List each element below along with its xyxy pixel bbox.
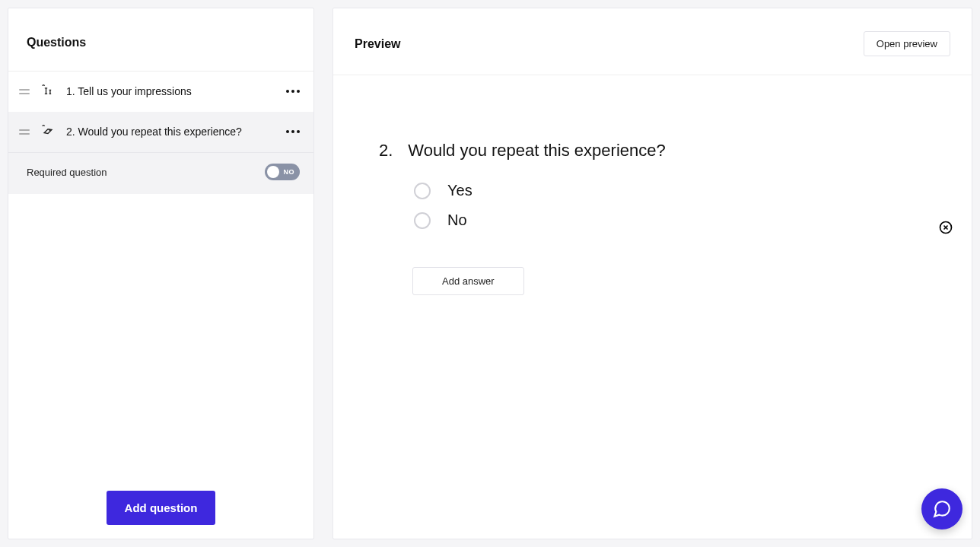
choice-question-icon (39, 122, 57, 141)
questions-panel: Questions 1. Tell us your impressions (8, 8, 314, 539)
radio-icon[interactable] (414, 212, 431, 229)
required-toggle[interactable]: NO (265, 164, 300, 180)
question-number: 2. (379, 141, 393, 161)
preview-body: 2. Would you repeat this experience? Yes… (333, 75, 972, 295)
answer-row-no: No (414, 211, 926, 229)
required-question-row: Required question NO (8, 152, 313, 194)
preview-header: Preview Open preview (333, 8, 972, 75)
toggle-text: NO (284, 168, 295, 176)
chat-fab-button[interactable] (921, 488, 963, 530)
open-preview-button[interactable]: Open preview (864, 31, 950, 56)
questions-title: Questions (27, 36, 295, 49)
questions-header: Questions (8, 8, 313, 72)
drag-handle-icon[interactable] (19, 87, 30, 95)
radio-icon[interactable] (414, 183, 431, 199)
question-item-2[interactable]: 2. Would you repeat this experience? (8, 112, 313, 152)
question-label: 2. Would you repeat this experience? (66, 126, 277, 138)
answer-row-yes: Yes (414, 182, 926, 199)
drag-handle-icon[interactable] (19, 128, 30, 135)
answer-text[interactable]: Yes (447, 182, 473, 199)
question-label: 1. Tell us your impressions (66, 85, 277, 97)
answer-text[interactable]: No (447, 211, 467, 229)
add-question-button[interactable]: Add question (107, 491, 216, 525)
question-item-1[interactable]: 1. Tell us your impressions (8, 72, 313, 112)
add-question-wrap: Add question (8, 491, 313, 525)
question-row: 2. Would you repeat this experience? (379, 141, 926, 161)
answers-list: Yes No (379, 182, 926, 229)
required-question-label: Required question (27, 167, 107, 178)
more-menu-icon[interactable] (286, 90, 300, 93)
preview-panel: Preview Open preview 2. Would you repeat… (332, 8, 972, 539)
question-text: Would you repeat this experience? (408, 141, 665, 161)
more-menu-icon[interactable] (286, 130, 300, 133)
add-answer-button[interactable]: Add answer (412, 267, 524, 295)
text-question-icon (39, 82, 57, 100)
toggle-knob (267, 166, 279, 178)
preview-title: Preview (355, 37, 400, 51)
delete-answer-icon[interactable] (938, 220, 953, 235)
question-list: 1. Tell us your impressions 2. Would you… (8, 72, 313, 194)
